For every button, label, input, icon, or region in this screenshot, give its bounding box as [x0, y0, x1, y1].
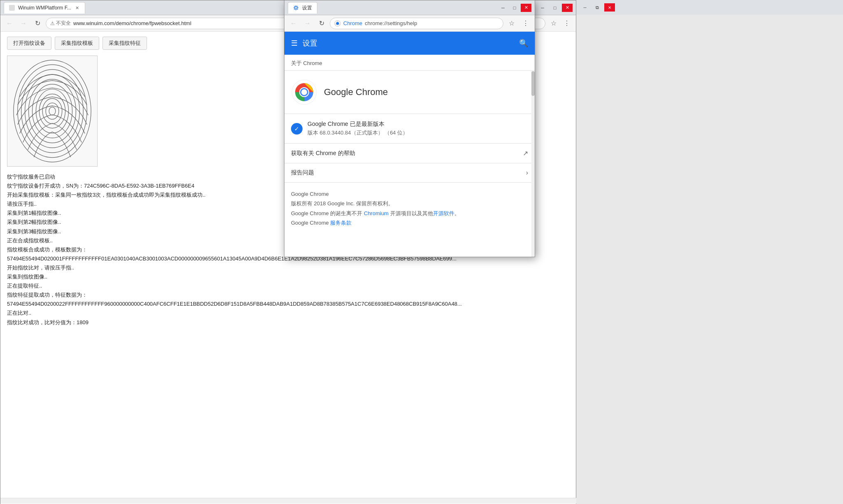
settings-tab-title: 设置: [302, 5, 312, 12]
report-issue-row[interactable]: 报告问题 ›: [284, 163, 535, 183]
main-window-controls: ─ □ ✕: [537, 4, 573, 12]
external-link-icon: ↗: [523, 149, 528, 157]
settings-scrollbar-thumb[interactable]: [531, 71, 535, 96]
footer-line4-prefix: Google Chrome: [291, 220, 330, 226]
open-fingerprint-device-button[interactable]: 打开指纹设备: [7, 37, 51, 50]
log-line-13: 指纹特征提取成功，特征数据为：: [7, 290, 569, 300]
chrome-menu-icon[interactable]: ⋮: [561, 18, 573, 29]
footer-line4: Google Chrome 服务条款: [291, 218, 528, 228]
hamburger-menu-icon[interactable]: ☰: [291, 39, 298, 48]
log-line-16: 指纹比对成功，比对分值为：1809: [7, 318, 569, 327]
collect-fingerprint-template-button[interactable]: 采集指纹模板: [55, 37, 99, 50]
footer-line3-middle: 开源项目以及其他: [389, 210, 433, 216]
settings-search-icon[interactable]: 🔍: [519, 39, 528, 48]
get-help-row[interactable]: 获取有关 Chrome 的帮助 ↗: [284, 144, 535, 163]
desktop-area: ─ ⧉ ✕: [576, 0, 843, 504]
toolbar-right: ☆ ⋮: [548, 18, 573, 29]
log-line-11: 采集到指纹图像..: [7, 272, 569, 281]
update-status-row: ✓ Google Chrome 已是最新版本 版本 68.0.3440.84（正…: [284, 114, 535, 144]
settings-window-controls: ─ □ ✕: [498, 4, 531, 12]
forward-button[interactable]: →: [18, 18, 29, 29]
main-browser-tab[interactable]: Winuim WMPlatform F... ✕: [4, 2, 85, 14]
chrome-logo-icon: [334, 20, 341, 27]
settings-forward-button[interactable]: →: [302, 18, 313, 29]
settings-content-area: 关于 Chrome: [284, 55, 535, 257]
arrow-right-icon: ›: [526, 169, 528, 177]
bookmark-star-icon[interactable]: ☆: [548, 18, 559, 29]
settings-tab[interactable]: 设置: [288, 2, 317, 14]
chrome-big-logo-icon: [291, 79, 317, 105]
settings-address-bar[interactable]: Chrome chrome://settings/help: [330, 18, 503, 29]
footer-line3: Google Chrome 的诞生离不开 Chromium 开源项目以及其他开源…: [291, 209, 528, 218]
desktop-restore-button[interactable]: ⧉: [592, 3, 603, 12]
fingerprint-image: [7, 56, 97, 166]
not-secure-label: 不安全: [56, 20, 71, 27]
close-button[interactable]: ✕: [562, 4, 573, 12]
get-help-label: 获取有关 Chrome 的帮助: [291, 150, 355, 157]
svg-point-12: [295, 7, 297, 9]
settings-titlebar: 设置 ─ □ ✕: [284, 0, 535, 15]
settings-window: 设置 ─ □ ✕ ← → ↻ Chrome chrome://settings/…: [284, 0, 535, 257]
tab-title: Winuim WMPlatform F...: [18, 5, 71, 11]
update-version-text: 版本 68.0.3440.84（正式版本） （64 位）: [307, 129, 408, 137]
minimize-button[interactable]: ─: [537, 4, 548, 12]
google-chrome-title: Google Chrome: [324, 87, 388, 98]
svg-rect-0: [7, 56, 97, 166]
checkmark-icon: ✓: [294, 125, 299, 132]
chrome-label-in-address: Chrome: [343, 20, 362, 26]
desktop-close-button[interactable]: ✕: [604, 3, 615, 12]
settings-scrollbar-track[interactable]: [531, 71, 535, 257]
settings-bookmark-icon[interactable]: ☆: [506, 18, 517, 29]
settings-close-button[interactable]: ✕: [521, 4, 531, 12]
lock-icon: ⚠: [50, 21, 55, 26]
tab-close-button[interactable]: ✕: [75, 5, 80, 12]
footer-line1: Google Chrome: [291, 189, 528, 199]
restore-button[interactable]: □: [550, 4, 560, 12]
chrome-info-card: Google Chrome: [284, 71, 535, 114]
log-line-15: 正在比对..: [7, 309, 569, 318]
terms-of-service-link[interactable]: 服务条款: [330, 220, 352, 226]
reload-button[interactable]: ↻: [32, 18, 43, 29]
settings-page-header: ☰ 设置 🔍: [284, 32, 535, 55]
bottom-scrollbar[interactable]: [0, 498, 577, 504]
collect-fingerprint-features-button[interactable]: 采集指纹特征: [102, 37, 147, 50]
log-line-14-hex: 57494E55494D0200022FFFFFFFFFFFF960000000…: [7, 300, 569, 309]
desktop-titlebar-area: ─ ⧉ ✕: [576, 0, 843, 15]
settings-restore-button[interactable]: □: [509, 4, 520, 12]
open-source-link[interactable]: 开源软件: [433, 210, 454, 216]
settings-back-button[interactable]: ←: [288, 18, 299, 29]
settings-minimize-button[interactable]: ─: [498, 4, 508, 12]
svg-point-18: [301, 89, 307, 95]
about-chrome-section-title: 关于 Chrome: [284, 55, 535, 71]
url-text: www.winuim.com/demo/chrome/fpwebsocket.h…: [73, 20, 191, 26]
update-main-text: Google Chrome 已是最新版本: [307, 121, 408, 128]
settings-toolbar: ← → ↻ Chrome chrome://settings/help ☆ ⋮: [284, 15, 535, 32]
update-text-block: Google Chrome 已是最新版本 版本 68.0.3440.84（正式版…: [307, 121, 408, 137]
log-line-10: 开始指纹比对，请按压手指..: [7, 263, 569, 272]
footer-line2: 版权所有 2018 Google Inc. 保留所有权利。: [291, 199, 528, 208]
tab-favicon: [9, 5, 15, 11]
update-check-icon: ✓: [291, 123, 303, 135]
log-line-12: 正在提取特征..: [7, 281, 569, 290]
not-secure-indicator: ⚠ 不安全: [50, 20, 71, 27]
settings-url-text: chrome://settings/help: [365, 20, 417, 26]
footer-line3-suffix: 。: [454, 210, 460, 216]
settings-footer: Google Chrome 版权所有 2018 Google Inc. 保留所有…: [284, 183, 535, 235]
settings-page-title: 设置: [303, 38, 317, 48]
desktop-minimize-button[interactable]: ─: [580, 3, 590, 12]
footer-line3-prefix: Google Chrome 的诞生离不开: [291, 210, 364, 216]
settings-reload-button[interactable]: ↻: [316, 18, 327, 29]
settings-gear-icon: [293, 5, 299, 11]
fingerprint-image-container: [7, 56, 98, 167]
chromium-link[interactable]: Chromium: [364, 210, 389, 216]
report-issue-label: 报告问题: [291, 169, 314, 177]
back-button[interactable]: ←: [4, 18, 15, 29]
settings-menu-icon[interactable]: ⋮: [520, 18, 531, 29]
